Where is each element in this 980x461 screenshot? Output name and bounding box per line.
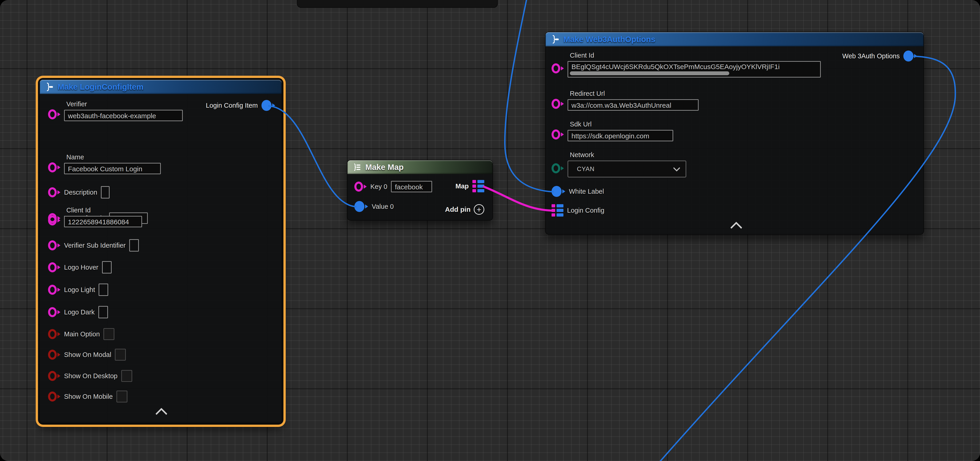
- collapse-node-icon[interactable]: [155, 408, 167, 420]
- sdk-url-input[interactable]: https://sdk.openlogin.com: [568, 130, 673, 141]
- bool-pin-icon[interactable]: [48, 391, 60, 402]
- logo-hover-input[interactable]: [102, 261, 111, 273]
- string-pin-icon[interactable]: [48, 262, 60, 272]
- make-map-icon: [352, 162, 362, 172]
- string-pin-icon[interactable]: [552, 129, 564, 140]
- string-pin-icon[interactable]: [48, 162, 60, 172]
- node-make-loginconfigitem[interactable]: Make LoginConfigItem Login Config Item V…: [39, 79, 282, 423]
- pin-row-verifier-sub-identifier: Verifier Sub Identifier: [48, 239, 139, 251]
- string-pin-icon[interactable]: [354, 181, 367, 192]
- wire-map-to-loginconfig[interactable]: [483, 186, 555, 211]
- pin-row-main-option: Main Option: [48, 328, 115, 340]
- collapse-node-icon[interactable]: [730, 222, 742, 234]
- pin-row-verifier: Verifier web3auth-facebook-example: [48, 100, 183, 121]
- network-dropdown[interactable]: CYAN: [568, 161, 686, 178]
- pin-label: Login Config: [567, 207, 605, 214]
- map-pin-icon[interactable]: [473, 180, 484, 192]
- key0-input[interactable]: facebook: [391, 181, 432, 192]
- pin-label: Client Id: [66, 207, 142, 214]
- pin-row-network: Network CYAN: [552, 151, 686, 178]
- make-struct-icon: [550, 35, 560, 44]
- bool-pin-icon[interactable]: [48, 350, 60, 360]
- pin-label: Verifier Sub Identifier: [64, 242, 126, 249]
- pin-label: Description: [64, 189, 97, 196]
- logo-dark-input[interactable]: [99, 306, 108, 318]
- pin-label: Sdk Url: [570, 121, 673, 128]
- description-input[interactable]: [101, 186, 110, 199]
- pin-label: Key 0: [371, 183, 387, 191]
- pin-label: Show On Modal: [64, 351, 111, 359]
- show-on-desktop-checkbox[interactable]: [121, 370, 132, 382]
- node-make-map[interactable]: Make Map Key 0 facebook Map Value 0 Add …: [347, 160, 493, 221]
- bool-pin-icon[interactable]: [48, 371, 60, 381]
- pin-row-client-id: Client Id BEglQSgt4cUWcj6SKRdu5QkOXTsePm…: [552, 52, 821, 78]
- string-pin-icon[interactable]: [48, 240, 60, 250]
- pin-label: Web 3Auth Options: [842, 52, 900, 60]
- pin-row-show-on-modal: Show On Modal: [48, 349, 126, 361]
- node-title-bar[interactable]: Make Web3AuthOptions: [546, 32, 923, 46]
- pin-label: Client Id: [570, 52, 821, 59]
- pin-row-map-output[interactable]: Map: [455, 180, 484, 192]
- pin-row-login-config: Login Config: [552, 204, 605, 216]
- blueprint-canvas[interactable]: Make LoginConfigItem Login Config Item V…: [0, 0, 980, 461]
- pin-label: Show On Mobile: [64, 393, 113, 401]
- string-pin-icon[interactable]: [48, 285, 60, 295]
- main-option-checkbox[interactable]: [103, 328, 115, 340]
- show-on-modal-checkbox[interactable]: [115, 349, 126, 361]
- logo-light-input[interactable]: [99, 283, 108, 296]
- pin-row-value0: Value 0: [354, 201, 394, 212]
- pin-label: Map: [455, 183, 469, 190]
- name-input[interactable]: Facebook Custom Login: [64, 163, 161, 174]
- pin-row-logo-dark: Logo Dark: [48, 306, 108, 318]
- node-title: Make Map: [365, 162, 404, 172]
- pin-row-sdk-url: Sdk Url https://sdk.openlogin.com: [552, 121, 673, 141]
- pin-row-description: Description: [48, 186, 110, 199]
- node-title-bar[interactable]: Make Map: [347, 160, 493, 174]
- pin-row-white-label: White Label: [552, 186, 604, 197]
- verifier-sub-identifier-input[interactable]: [129, 239, 139, 251]
- string-pin-icon[interactable]: [552, 99, 564, 109]
- string-pin-icon[interactable]: [552, 64, 564, 73]
- horizontal-scrollbar[interactable]: [570, 72, 729, 75]
- pin-label: Logo Hover: [64, 264, 99, 271]
- pin-label: Redirect Url: [570, 90, 698, 97]
- node-make-web3authoptions[interactable]: Make Web3AuthOptions Web 3Auth Options C…: [545, 32, 924, 235]
- chevron-down-icon: [673, 164, 680, 172]
- pin-row-client-id: Client Id 1222658941886084: [48, 207, 142, 227]
- network-selected-value: CYAN: [577, 165, 595, 173]
- add-pin-icon: [474, 204, 484, 215]
- client-id-value: BEglQSgt4cUWcj6SKRdu5QkOXTsePmMcusG5EAoy…: [571, 63, 780, 70]
- node-title: Make Web3AuthOptions: [563, 35, 655, 44]
- redirect-url-input[interactable]: w3a://com.w3a.Web3AuthUnreal: [568, 99, 698, 111]
- pin-row-output[interactable]: Web 3Auth Options: [842, 51, 917, 62]
- bool-pin-icon[interactable]: [48, 329, 60, 339]
- pin-label: Login Config Item: [206, 102, 258, 109]
- pin-row-name: Name Facebook Custom Login: [48, 153, 161, 174]
- add-pin-button[interactable]: Add pin: [445, 204, 484, 215]
- pin-label: Show On Desktop: [64, 372, 118, 380]
- pin-label: Verifier: [66, 100, 183, 108]
- string-pin-icon[interactable]: [48, 215, 60, 226]
- pin-label: Logo Dark: [64, 308, 95, 316]
- pin-label: Network: [570, 151, 686, 159]
- client-id-input[interactable]: 1222658941886084: [64, 216, 142, 227]
- enum-pin-icon[interactable]: [552, 163, 564, 173]
- add-pin-label: Add pin: [445, 205, 471, 213]
- make-struct-icon: [45, 82, 54, 92]
- show-on-mobile-checkbox[interactable]: [116, 391, 127, 402]
- string-pin-icon[interactable]: [48, 307, 60, 317]
- pin-label: Main Option: [64, 331, 100, 338]
- pin-row-key0: Key 0 facebook: [354, 181, 432, 192]
- pin-label: Value 0: [372, 203, 394, 210]
- pin-row-output[interactable]: Login Config Item: [206, 100, 275, 111]
- verifier-input[interactable]: web3auth-facebook-example: [64, 110, 183, 121]
- offscreen-node-fragment[interactable]: [297, 0, 498, 8]
- node-title-bar[interactable]: Make LoginConfigItem: [40, 80, 282, 94]
- pin-row-redirect-url: Redirect Url w3a://com.w3a.Web3AuthUnrea…: [552, 90, 698, 111]
- string-pin-icon[interactable]: [48, 187, 60, 197]
- node-title: Make LoginConfigItem: [58, 82, 143, 91]
- string-pin-icon[interactable]: [48, 109, 60, 119]
- pin-label: White Label: [569, 188, 604, 195]
- pin-label: Name: [66, 153, 161, 161]
- client-id-input[interactable]: BEglQSgt4cUWcj6SKRdu5QkOXTsePmMcusG5EAoy…: [568, 61, 821, 78]
